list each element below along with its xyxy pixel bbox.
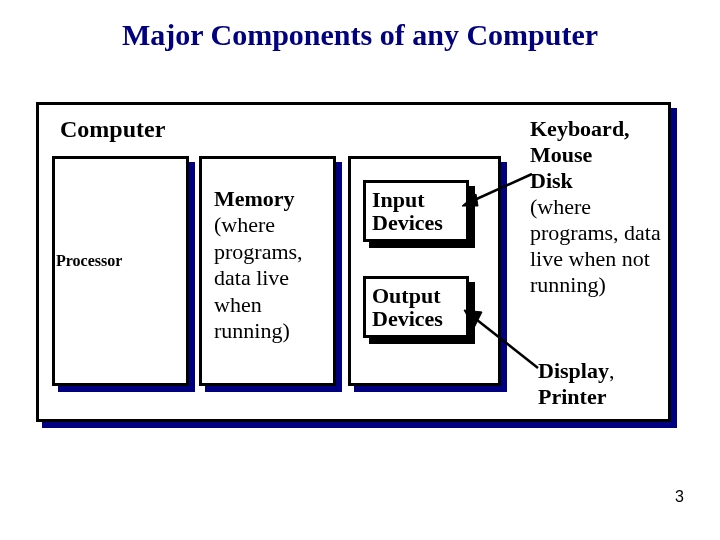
page-number: 3 bbox=[675, 488, 684, 506]
peripherals-bottom-text: Display, Printer bbox=[538, 358, 670, 410]
svg-line-2 bbox=[472, 316, 538, 368]
processor-box bbox=[52, 156, 189, 386]
input-devices-line2: Devices bbox=[372, 211, 460, 234]
memory-label: Memory (where programs, data live when r… bbox=[206, 180, 338, 350]
slide-title: Major Components of any Computer bbox=[0, 0, 720, 52]
peripherals-top-text: Keyboard, Mouse Disk (where programs, da… bbox=[530, 116, 670, 298]
svg-marker-3 bbox=[464, 310, 482, 328]
input-devices-box: Input Devices bbox=[363, 180, 469, 242]
computer-label: Computer bbox=[60, 116, 165, 143]
svg-line-0 bbox=[470, 174, 532, 202]
output-devices-box: Output Devices bbox=[363, 276, 469, 338]
output-devices-line2: Devices bbox=[372, 307, 460, 330]
output-devices-line1: Output bbox=[372, 284, 460, 307]
svg-marker-1 bbox=[462, 194, 478, 206]
input-devices-line1: Input bbox=[372, 188, 460, 211]
arrow-input-icon bbox=[456, 172, 534, 212]
processor-label: Processor bbox=[56, 252, 191, 270]
arrow-output-icon bbox=[456, 302, 542, 374]
computer-diagram: Computer Processor Memory (where program… bbox=[36, 102, 671, 422]
